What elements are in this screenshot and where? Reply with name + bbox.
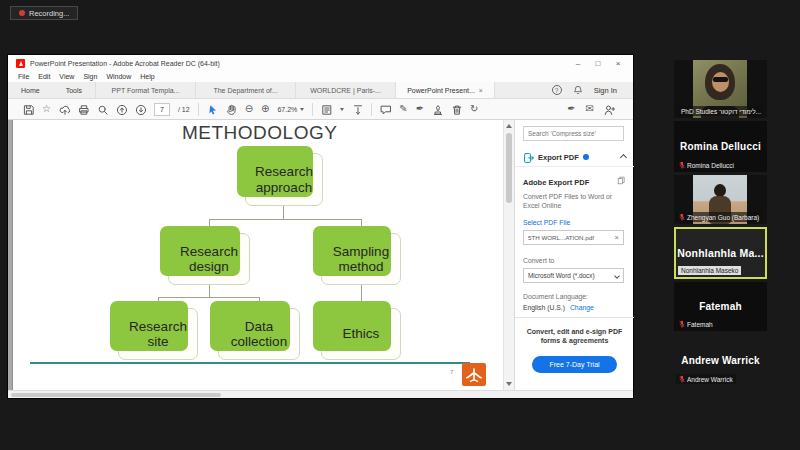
search-icon[interactable] [97,104,108,115]
node-research-design: Research design [168,233,250,285]
scrollbar-thumb[interactable] [11,393,221,397]
convert-format-value: Microsoft Word (*.docx) [528,272,595,279]
convert-to-label: Convert to [523,257,554,264]
participant-tile-nonhlanhla-active-speaker[interactable]: Nonhlanhla Ma... Nonhlanhla Maseko [674,227,767,279]
slide-logo [462,363,486,386]
favorites-star-icon[interactable]: ☆ [42,104,51,114]
page-view-caret-icon [340,108,344,111]
cloud-upload-icon[interactable] [59,104,70,115]
slide-page-number: 7 [450,369,453,375]
collapse-chevron-icon[interactable] [620,153,627,160]
participant-tile-fatemah[interactable]: Fatemah Fatemah [674,282,767,331]
zoom-level-control[interactable]: 67.2% [277,106,304,113]
slide-footer-rule [30,362,470,364]
node-label: Data collection [219,319,299,349]
participant-name: Romina Dellucci [687,162,734,169]
send-email-icon[interactable]: ✉ [586,104,594,114]
selected-file-box[interactable]: 5TH WORL...ATION.pdf × [523,230,624,245]
muted-mic-icon [679,213,685,221]
recording-indicator: Recording... [10,6,78,20]
convert-format-select[interactable]: Microsoft Word (*.docx) [523,268,624,283]
horizontal-scrollbar[interactable] [8,390,633,398]
toolbar: ☆ / 12 ⊖ ⊕ 67.2% ✎ ✒ [8,99,633,120]
menu-file[interactable]: File [18,73,29,80]
page-view-icon[interactable] [321,104,332,115]
comment-icon[interactable] [380,104,391,115]
node-label: Sampling method [322,244,400,274]
tab-doc-ppt-format[interactable]: PPT Format Templa... [95,82,195,98]
print-icon[interactable] [78,104,89,115]
participant-name: Andrew Warrick [687,376,733,383]
previous-page-icon[interactable] [116,104,127,115]
panel-divider [515,317,634,318]
node-ethics: Ethics [321,308,401,360]
fill-sign-icon[interactable]: ✒ [567,104,575,114]
scrollbar-thumb[interactable] [506,133,512,203]
tools-search-input[interactable] [523,126,624,141]
window-title: PowerPoint Presentation - Adobe Acrobat … [30,60,220,67]
pencil-icon[interactable]: ✎ [399,104,407,114]
menu-help[interactable]: Help [140,73,154,80]
clear-file-icon[interactable]: × [615,233,619,242]
participant-tile-romina[interactable]: Romina Dellucci Romina Dellucci [674,121,767,172]
avatar [713,77,728,82]
save-icon[interactable] [23,104,34,115]
tab-doc-worldcre[interactable]: WORLDCRE | Paris-... [295,82,395,98]
export-pdf-header[interactable]: Export PDF [515,148,634,167]
scroll-mode-icon[interactable] [352,104,363,115]
tab-home[interactable]: Home [8,82,53,98]
scroll-down-icon[interactable] [506,382,512,386]
sign-pen-icon[interactable]: ✒ [416,104,424,114]
menu-window[interactable]: Window [106,73,131,80]
connector-line [283,206,284,220]
next-page-icon[interactable] [135,104,146,115]
close-button[interactable]: × [611,59,625,68]
change-language-link[interactable]: Change [570,304,594,311]
tab-doc-department[interactable]: The Department of... [195,82,295,98]
sign-in-button[interactable]: Sign In [594,86,617,95]
refresh-icon[interactable]: ↻ [470,104,478,114]
tab-doc-powerpoint-active[interactable]: PowerPoint Present... × [395,82,495,98]
select-pdf-file-link[interactable]: Select PDF File [523,219,570,226]
maximize-button[interactable]: □ [591,59,605,68]
scroll-up-icon[interactable] [506,124,512,128]
trash-icon[interactable] [451,104,462,115]
zoom-in-icon[interactable]: ⊕ [261,104,269,114]
participant-tile-zhengyan[interactable]: Zhengyan Guo (Barbara) [674,175,767,224]
menu-edit[interactable]: Edit [38,73,50,80]
promo-text: Convert, edit and e-sign PDF forms & agr… [523,327,626,346]
participant-name: PhD Studies לימודי דוקטור... [681,108,761,115]
participant-name: Zhengyan Guo (Barbara) [687,214,759,221]
muted-mic-icon [679,320,685,328]
minimize-button[interactable]: – [571,59,585,68]
menu-view[interactable]: View [59,73,74,80]
participant-name-label: Andrew Warrick [676,374,736,384]
toolbar-separator [371,103,372,116]
participant-tile-phd-studies[interactable]: PhD Studies לימודי דוקטור... [674,60,767,118]
document-content-area: METHODOLOGY Research approach Research d… [8,120,633,390]
help-icon[interactable]: ? [552,85,562,95]
node-label: Research design [169,244,249,274]
vertical-scrollbar[interactable] [503,120,514,390]
node-research-site: Research site [118,308,198,360]
tab-close-icon[interactable]: × [479,87,483,94]
select-tool-icon[interactable] [207,104,218,115]
participant-name: Fatemah [687,321,713,328]
share-person-icon[interactable] [604,104,615,115]
tab-tools[interactable]: Tools [53,82,95,98]
page-number-input[interactable] [154,103,170,116]
free-trial-button[interactable]: Free 7-Day Trial [532,356,617,373]
notifications-bell-icon[interactable] [573,85,583,95]
copy-icon[interactable] [617,176,626,185]
chevron-down-icon [614,273,620,279]
stamp-icon[interactable] [432,104,443,115]
participant-name-label: Nonhlanhla Maseko [678,266,741,275]
menu-sign[interactable]: Sign [83,73,97,80]
zoom-out-icon[interactable]: ⊖ [245,104,253,114]
export-pdf-icon [523,152,534,163]
participant-name: Nonhlanhla Maseko [681,267,738,274]
acrobat-window: PowerPoint Presentation - Adobe Acrobat … [8,55,633,398]
active-tab-label: PowerPoint Present... [407,87,475,94]
participant-tile-andrew[interactable]: Andrew Warrick Andrew Warrick [674,334,767,386]
hand-tool-icon[interactable] [226,104,237,115]
